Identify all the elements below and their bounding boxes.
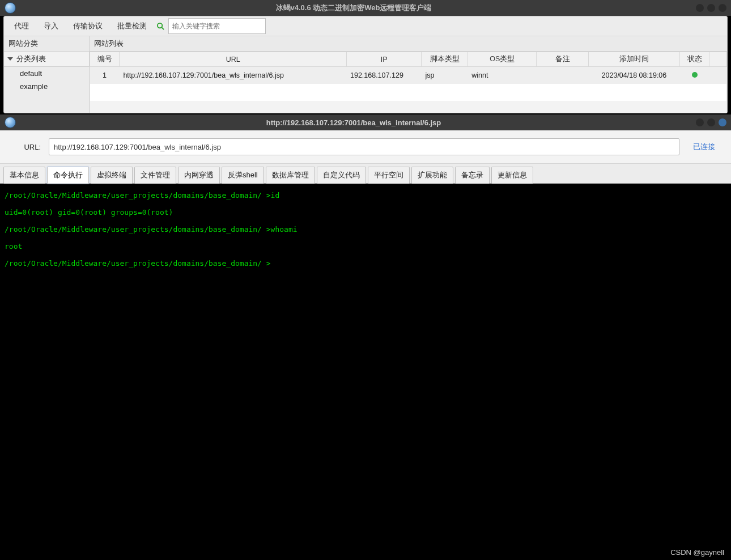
window-controls-main	[696, 4, 726, 12]
tab-6[interactable]: 数据库管理	[266, 167, 315, 184]
col-num[interactable]: 编号	[90, 52, 120, 67]
url-label: URL:	[10, 143, 41, 151]
maximize-icon[interactable]	[707, 118, 715, 126]
col-url[interactable]: URL	[120, 52, 347, 67]
terminal-line: /root/Oracle/Middleware/user_projects/do…	[5, 255, 726, 272]
col-os[interactable]: OS类型	[468, 52, 537, 67]
close-icon[interactable]	[719, 118, 726, 126]
col-note[interactable]: 备注	[537, 52, 589, 67]
command-terminal[interactable]: /root/Oracle/Middleware/user_projects/do…	[0, 184, 731, 557]
cell-note	[537, 67, 589, 84]
tab-7[interactable]: 自定义代码	[317, 167, 366, 184]
minimize-icon[interactable]	[696, 4, 704, 12]
connection-status: 已连接	[687, 142, 721, 152]
search-icon[interactable]	[156, 22, 165, 31]
main-window-title: 冰蝎v4.0.6 动态二进制加密Web远程管理客户端	[16, 3, 691, 13]
cell-url: http://192.168.107.129:7001/bea_wls_inte…	[120, 67, 347, 84]
table-row[interactable]: 1 http://192.168.107.129:7001/bea_wls_in…	[90, 67, 727, 84]
cell-os: winnt	[468, 67, 537, 84]
tab-5[interactable]: 反弹shell	[222, 167, 264, 184]
session-window-titlebar: http://192.168.107.129:7001/bea_wls_inte…	[0, 114, 731, 130]
cell-ip: 192.168.107.129	[347, 67, 422, 84]
table-row	[90, 84, 727, 101]
tree-header[interactable]: 分类列表	[4, 52, 89, 67]
sidebar: 网站分类 分类列表 default example	[4, 36, 90, 113]
col-time[interactable]: 添加时间	[588, 52, 679, 67]
terminal-line: /root/Oracle/Middleware/user_projects/do…	[5, 221, 726, 238]
terminal-line: root	[5, 238, 726, 255]
status-ok-icon	[692, 72, 698, 78]
tree-header-label: 分类列表	[16, 54, 46, 64]
sidebar-item-example[interactable]: example	[4, 80, 89, 93]
menu-transport[interactable]: 传输协议	[67, 19, 108, 33]
col-script[interactable]: 脚本类型	[422, 52, 468, 67]
close-icon[interactable]	[719, 4, 726, 12]
col-ip[interactable]: IP	[347, 52, 422, 67]
maximize-icon[interactable]	[707, 4, 715, 12]
url-input[interactable]	[49, 138, 679, 155]
sidebar-item-default[interactable]: default	[4, 67, 89, 80]
app-icon	[5, 117, 16, 128]
cell-num: 1	[90, 67, 120, 84]
menu-proxy[interactable]: 代理	[8, 19, 35, 33]
main-window-titlebar: 冰蝎v4.0.6 动态二进制加密Web远程管理客户端	[0, 0, 731, 16]
col-spacer	[709, 52, 727, 67]
menu-batch[interactable]: 批量检测	[112, 19, 152, 33]
tab-8[interactable]: 平行空间	[368, 167, 410, 184]
sidebar-header: 网站分类	[4, 36, 89, 52]
table-row	[90, 101, 727, 113]
tab-2[interactable]: 虚拟终端	[91, 167, 133, 184]
url-bar: URL: 已连接	[0, 130, 731, 164]
cell-script: jsp	[422, 67, 468, 84]
site-table: 编号 URL IP 脚本类型 OS类型 备注 添加时间 状态 1 http:/	[90, 52, 727, 113]
session-window-title: http://192.168.107.129:7001/bea_wls_inte…	[16, 118, 691, 127]
list-header: 网站列表	[90, 36, 727, 52]
cell-status	[679, 67, 709, 84]
tab-1[interactable]: 命令执行	[47, 167, 89, 184]
tab-strip: 基本信息命令执行虚拟终端文件管理内网穿透反弹shell数据库管理自定义代码平行空…	[0, 164, 731, 184]
manager-window: 代理 导入 传输协议 批量检测 网站分类 分类列表 default exampl…	[3, 16, 728, 113]
site-list: 网站列表 编号 URL IP 脚本类型 OS类型 备注 添加时间 状态	[90, 36, 727, 113]
tab-4[interactable]: 内网穿透	[178, 167, 220, 184]
app-icon	[5, 2, 16, 14]
tab-0[interactable]: 基本信息	[3, 167, 45, 184]
search-input[interactable]	[168, 18, 266, 34]
menubar: 代理 导入 传输协议 批量检测	[4, 16, 727, 36]
window-controls-session	[696, 118, 726, 126]
tab-11[interactable]: 更新信息	[491, 167, 533, 184]
tab-3[interactable]: 文件管理	[134, 167, 176, 184]
svg-line-1	[162, 27, 164, 29]
tab-10[interactable]: 备忘录	[455, 167, 490, 184]
cell-time: 2023/04/18 08:19:06	[588, 67, 679, 84]
terminal-line: uid=0(root) gid=0(root) groups=0(root)	[5, 204, 726, 221]
tab-9[interactable]: 扩展功能	[411, 167, 453, 184]
table-header-row: 编号 URL IP 脚本类型 OS类型 备注 添加时间 状态	[90, 52, 727, 67]
chevron-down-icon	[7, 57, 13, 61]
menu-import[interactable]: 导入	[38, 19, 64, 33]
col-status[interactable]: 状态	[679, 52, 709, 67]
minimize-icon[interactable]	[696, 118, 704, 126]
watermark: CSDN @gaynell	[670, 548, 724, 557]
svg-point-0	[157, 23, 162, 27]
terminal-line: /root/Oracle/Middleware/user_projects/do…	[5, 187, 726, 204]
